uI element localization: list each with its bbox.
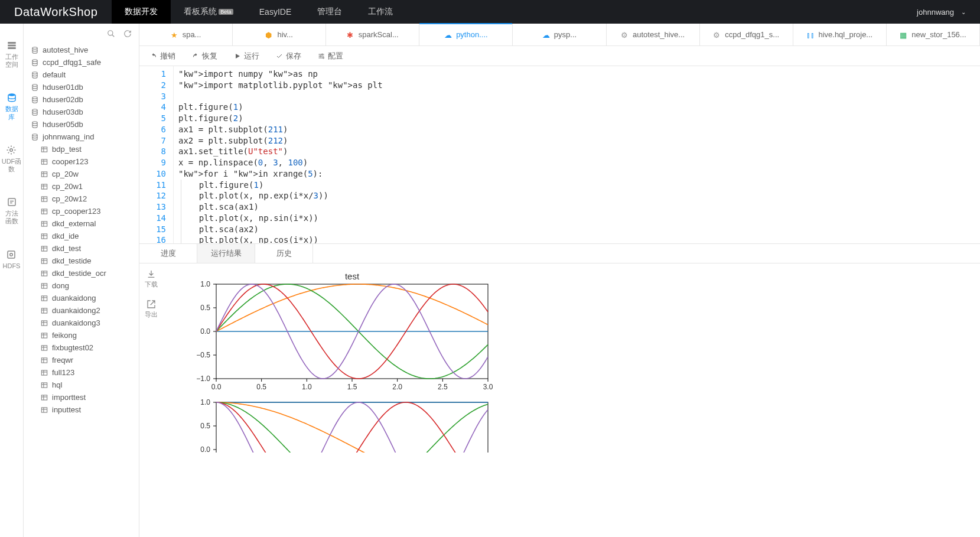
table-item[interactable]: dkd_test (24, 242, 139, 255)
svg-text:test: test (345, 271, 360, 281)
result-tab[interactable]: 进度 (139, 244, 197, 263)
svg-rect-78 (41, 395, 47, 399)
svg-text:0.0: 0.0 (200, 445, 210, 454)
search-icon[interactable] (107, 30, 115, 38)
table-item[interactable]: dkd_testide (24, 255, 139, 267)
run-button[interactable]: 运行 (234, 51, 259, 61)
result-tab[interactable]: 运行结果 (197, 244, 255, 263)
user-name: johnnwang (917, 8, 954, 17)
svg-rect-1 (8, 45, 16, 47)
db-item[interactable]: hduser03db (24, 106, 139, 118)
table-item[interactable]: bdp_test (24, 143, 139, 155)
code-editor[interactable]: 12345678910111213141516 "kw">import nump… (139, 66, 980, 243)
topnav-item[interactable]: 看板系统Beta (171, 0, 246, 24)
topnav-item[interactable]: 工作流 (355, 0, 406, 24)
db-item[interactable]: johnnwang_ind (24, 131, 139, 143)
db-item[interactable]: ccpd_dfqg1_safe (24, 56, 139, 69)
table-item[interactable]: full123 (24, 366, 139, 379)
table-item[interactable]: dong (24, 279, 139, 292)
svg-text:1.0: 1.0 (302, 383, 312, 391)
svg-point-8 (108, 31, 113, 35)
table-item[interactable]: inputtest (24, 403, 139, 416)
topnav-item[interactable]: EasyIDE (246, 0, 304, 24)
sidebar: autotest_hiveccpd_dfqg1_safedefaulthduse… (24, 24, 139, 537)
config-button[interactable]: 配置 (318, 51, 343, 61)
table-item[interactable]: cp_20w1 (24, 180, 139, 193)
rail-item[interactable]: 工作空间 (5, 40, 18, 69)
svg-rect-30 (41, 196, 47, 201)
db-item[interactable]: default (24, 69, 139, 81)
table-item[interactable]: cp_cooper123 (24, 205, 139, 217)
svg-point-17 (32, 134, 37, 136)
svg-text:2.5: 2.5 (438, 383, 448, 391)
file-tab[interactable]: ⚙autotest_hive... (607, 24, 700, 45)
table-item[interactable]: cp_20w (24, 168, 139, 180)
table-item[interactable]: duankaidong3 (24, 317, 139, 329)
svg-rect-69 (41, 357, 47, 362)
table-item[interactable]: freqwr (24, 354, 139, 366)
svg-text:1.0: 1.0 (200, 398, 210, 406)
redo-button[interactable]: 恢复 (192, 51, 217, 61)
topnav-item[interactable]: 数据开发 (112, 0, 171, 24)
svg-text:0.5: 0.5 (256, 383, 266, 391)
svg-point-84 (322, 54, 323, 55)
result-side-tools: 下载 导出 (139, 263, 163, 537)
table-item[interactable]: duankaidong2 (24, 304, 139, 317)
rail-item[interactable]: HDFS (3, 249, 21, 270)
file-tab[interactable]: ✱sparkScal... (326, 24, 419, 45)
file-tab[interactable]: ⬢hiv... (233, 24, 326, 45)
file-tab[interactable]: ⫿⫿hive.hql_proje... (793, 24, 887, 45)
code-content[interactable]: "kw">import numpy "kw">as np"kw">import … (174, 66, 980, 243)
download-button[interactable]: 下载 (145, 269, 158, 289)
app-logo: DataWorkShop (0, 5, 112, 19)
rail-item[interactable]: UDF函数 (2, 145, 22, 173)
file-tab[interactable]: ⚙ccpd_dfqg1_s... (700, 24, 793, 45)
refresh-icon[interactable] (123, 30, 132, 38)
svg-point-86 (323, 57, 324, 58)
sidebar-tools (24, 24, 139, 44)
file-tab[interactable]: ★spa... (139, 24, 233, 45)
save-button[interactable]: 保存 (276, 51, 301, 61)
rail-item[interactable]: 方法函数 (5, 197, 18, 225)
table-item[interactable]: feikong (24, 329, 139, 341)
svg-point-15 (32, 109, 37, 111)
svg-rect-114 (216, 402, 488, 464)
file-tab[interactable]: ▦new_stor_156... (887, 24, 980, 45)
file-tabs: ★spa...⬢hiv...✱sparkScal...☁python....☁p… (139, 24, 980, 46)
editor-toolbar: 撤销 恢复 运行 保存 配置 (139, 46, 980, 66)
svg-rect-48 (41, 271, 47, 275)
table-item[interactable]: fixbugtest02 (24, 341, 139, 354)
table-item[interactable]: hql (24, 379, 139, 391)
export-button[interactable]: 导出 (145, 300, 158, 319)
table-item[interactable]: cp_20w12 (24, 193, 139, 205)
table-item[interactable]: cooper123 (24, 155, 139, 168)
svg-point-16 (32, 121, 37, 123)
svg-line-9 (112, 35, 115, 37)
db-item[interactable]: hduser01db (24, 81, 139, 93)
file-tab[interactable]: ☁python.... (419, 24, 513, 45)
table-item[interactable]: dkd_ide (24, 230, 139, 242)
table-item[interactable]: dkd_testide_ocr (24, 267, 139, 279)
rail-item[interactable]: 数据库 (5, 92, 18, 121)
svg-text:−0.5: −0.5 (196, 351, 210, 359)
svg-rect-6 (8, 251, 15, 258)
svg-rect-27 (41, 184, 47, 188)
table-item[interactable]: duankaidong (24, 292, 139, 304)
svg-rect-0 (8, 42, 16, 44)
topnav-item[interactable]: 管理台 (304, 0, 355, 24)
svg-text:2.0: 2.0 (392, 383, 402, 391)
user-menu[interactable]: johnnwang ⌄ (903, 8, 980, 17)
svg-text:1.5: 1.5 (347, 383, 357, 391)
undo-button[interactable]: 撤销 (150, 51, 175, 61)
db-item[interactable]: hduser02db (24, 93, 139, 106)
svg-text:3.0: 3.0 (483, 383, 493, 391)
svg-text:1.0: 1.0 (200, 280, 210, 288)
db-item[interactable]: autotest_hive (24, 44, 139, 56)
file-tab[interactable]: ☁pysp... (513, 24, 606, 45)
svg-text:−1.0: −1.0 (196, 375, 210, 383)
line-gutter: 12345678910111213141516 (139, 66, 174, 243)
db-item[interactable]: hduser05db (24, 118, 139, 131)
table-item[interactable]: dkd_external (24, 217, 139, 230)
table-item[interactable]: importtest (24, 391, 139, 403)
result-tab[interactable]: 历史 (255, 244, 313, 263)
